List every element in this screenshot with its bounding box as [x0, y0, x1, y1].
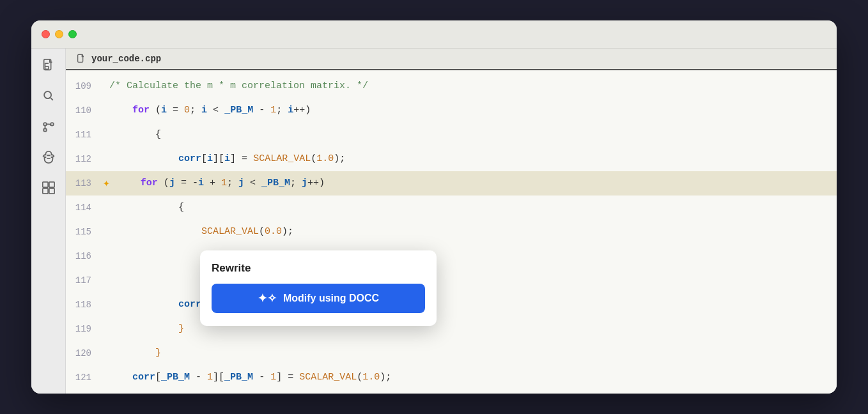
- line-num-121: 121: [66, 365, 104, 390]
- modify-docc-button[interactable]: ✦✧ Modify using DOCC: [212, 284, 425, 313]
- rewrite-popup: Rewrite ✦✧ Modify using DOCC: [200, 250, 437, 326]
- line-content-109: /* Calculate the m * m correlation matri…: [104, 74, 837, 98]
- code-line-116: 116 < _PB_N; k++): [66, 244, 837, 268]
- titlebar: [31, 20, 837, 49]
- app-window: your_code.cpp 109 /* Calculate the m * m…: [31, 20, 837, 394]
- code-line-113: 113 ✦ for (j = -i + 1; j < _PB_M; j++): [66, 171, 837, 195]
- svg-point-3: [43, 123, 47, 126]
- file-tab[interactable]: your_code.cpp: [66, 49, 837, 70]
- code-line-109: 109 /* Calculate the m * m correlation m…: [66, 74, 837, 98]
- svg-point-4: [43, 128, 47, 132]
- code-lines: 109 /* Calculate the m * m correlation m…: [66, 70, 837, 394]
- code-area: 109 /* Calculate the m * m correlation m…: [66, 70, 837, 394]
- code-line-118: 118 corr[j][i] = corr[i][j];: [66, 293, 837, 317]
- code-line-114: 114 {: [66, 195, 837, 220]
- line-num-118: 118: [66, 293, 104, 317]
- code-line-115: 115 SCALAR_VAL(0.0);: [66, 220, 837, 244]
- line-num-120: 120: [66, 341, 104, 365]
- code-line-110: 110 for (i = 0; i < _PB_M - 1; i++): [66, 98, 837, 123]
- popup-title: Rewrite: [212, 262, 425, 275]
- line-content-112: corr[i][i] = SCALAR_VAL(1.0);: [104, 147, 837, 171]
- minimize-button[interactable]: [55, 30, 63, 38]
- popup-button-label: Modify using DOCC: [283, 293, 379, 304]
- spark-icon: ✦: [103, 171, 110, 195]
- line-num-114: 114: [66, 195, 104, 220]
- debug-sidebar-icon[interactable]: [40, 148, 58, 166]
- line-content-114: {: [104, 195, 837, 220]
- line-num-110: 110: [66, 98, 104, 123]
- line-num-117: 117: [66, 268, 104, 293]
- code-line-120: 120 }: [66, 341, 837, 365]
- svg-rect-1: [45, 66, 49, 70]
- file-tab-label: your_code.cpp: [91, 54, 161, 64]
- svg-rect-6: [42, 182, 47, 187]
- line-num-115: 115: [66, 220, 104, 244]
- line-num-113: 113: [66, 171, 104, 195]
- main-content: your_code.cpp 109 /* Calculate the m * m…: [31, 49, 837, 394]
- svg-rect-9: [49, 188, 54, 194]
- code-line-112: 112 corr[i][i] = SCALAR_VAL(1.0);: [66, 147, 837, 171]
- file-tab-icon: [76, 54, 86, 64]
- code-line-117: 117 corr[j][i] += (data[k][i] * data[k][…: [66, 268, 837, 293]
- line-num-109: 109: [66, 74, 104, 98]
- file-explorer-icon[interactable]: [40, 56, 58, 74]
- code-line-111: 111 {: [66, 123, 837, 147]
- sidebar: [31, 49, 66, 394]
- line-num-112: 112: [66, 147, 104, 171]
- sparkle-icon: ✦✧: [258, 291, 277, 305]
- extensions-sidebar-icon[interactable]: [40, 179, 58, 197]
- search-sidebar-icon[interactable]: [40, 87, 58, 105]
- line-content-110: for (i = 0; i < _PB_M - 1; i++): [104, 98, 837, 123]
- line-num-111: 111: [66, 123, 104, 147]
- editor-area: your_code.cpp 109 /* Calculate the m * m…: [66, 49, 837, 394]
- svg-point-2: [44, 91, 51, 98]
- svg-rect-7: [49, 182, 54, 187]
- svg-rect-8: [42, 188, 47, 194]
- line-content-121: corr[_PB_M - 1][_PB_M - 1] = SCALAR_VAL(…: [104, 365, 837, 390]
- line-num-116: 116: [66, 244, 104, 268]
- line-content-115: SCALAR_VAL(0.0);: [104, 220, 837, 244]
- code-line-119: 119 }: [66, 317, 837, 341]
- close-button[interactable]: [42, 30, 50, 38]
- line-content-120: }: [104, 341, 837, 365]
- line-content-111: {: [104, 123, 837, 147]
- line-content-113: for (j = -i + 1; j < _PB_M; j++): [112, 171, 837, 195]
- code-line-121: 121 corr[_PB_M - 1][_PB_M - 1] = SCALAR_…: [66, 365, 837, 390]
- git-sidebar-icon[interactable]: [40, 118, 58, 135]
- line-num-119: 119: [66, 317, 104, 341]
- maximize-button[interactable]: [68, 30, 77, 38]
